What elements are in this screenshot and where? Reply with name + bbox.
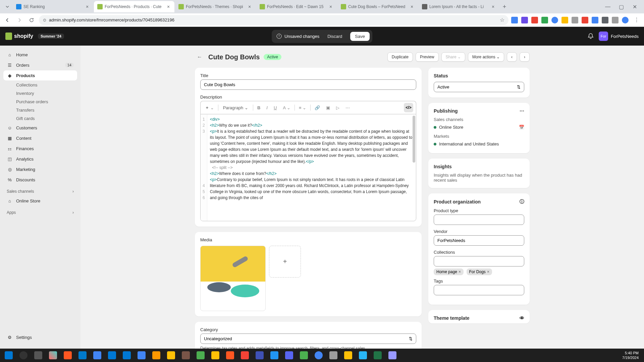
extension-icon[interactable] (582, 17, 588, 23)
more-formatting-button[interactable]: ⋯ (343, 104, 352, 112)
media-thumbnail[interactable] (200, 246, 266, 311)
taskbar-app[interactable] (253, 350, 266, 361)
html-code-editor[interactable]: 1 2 3 4 5 6 <div> <h2>Why do we use it?<… (200, 114, 416, 221)
taskbar-app[interactable] (179, 350, 193, 361)
search-button[interactable] (17, 350, 30, 361)
sidebar-item-analytics[interactable]: ◫ Analytics (3, 154, 77, 164)
task-view-button[interactable] (32, 350, 45, 361)
image-button[interactable]: ▣ (324, 104, 332, 112)
browser-tab[interactable]: Cute Dog Bowls – ForPetsNeed × (337, 1, 418, 12)
product-type-input[interactable] (434, 215, 524, 225)
duplicate-button[interactable]: Duplicate (387, 52, 413, 62)
taskbar-app[interactable] (297, 350, 311, 361)
taskbar-app[interactable] (282, 350, 296, 361)
align-button[interactable]: ≡ ⌄ (297, 104, 308, 112)
sidebar-item-discounts[interactable]: % Discounts (3, 175, 77, 185)
taskbar-app[interactable] (46, 350, 60, 361)
close-icon[interactable]: × (409, 4, 415, 9)
start-button[interactable] (2, 350, 15, 361)
taskbar-app[interactable] (209, 350, 222, 361)
browser-tab[interactable]: ForPetsNeeds · Products · Cute × (94, 1, 174, 12)
category-select[interactable]: Uncategorized ⇅ (200, 334, 416, 344)
forward-button[interactable] (15, 15, 24, 25)
shopify-logo[interactable]: shopify Summer '24 (5, 33, 64, 40)
taskbar-app[interactable] (356, 350, 370, 361)
site-info-icon[interactable]: ⊙ (43, 18, 46, 22)
taskbar-app[interactable] (135, 350, 148, 361)
code-view-toggle[interactable]: </> (404, 103, 413, 112)
underline-button[interactable]: U (272, 104, 279, 112)
sidebar-sub-purchase-orders[interactable]: Purchase orders (3, 98, 77, 106)
chrome-menu-button[interactable]: ⋮ (632, 15, 641, 25)
taskbar-app[interactable] (164, 350, 178, 361)
taskbar-app[interactable] (371, 350, 384, 361)
extension-icon[interactable] (541, 17, 548, 23)
sidebar-section-sales-channels[interactable]: Sales channels › (3, 185, 77, 196)
sidebar-item-online-store[interactable]: ⌂ Online Store (3, 196, 77, 206)
add-media-button[interactable]: + (269, 246, 301, 278)
new-tab-button[interactable]: + (500, 2, 509, 11)
taskbar-app[interactable] (238, 350, 252, 361)
reload-button[interactable] (27, 15, 36, 25)
sidebar-sub-gift-cards[interactable]: Gift cards (3, 114, 77, 123)
vendor-input[interactable] (434, 235, 524, 246)
minimize-button[interactable]: — (604, 4, 611, 10)
close-icon[interactable]: × (247, 4, 252, 9)
sidebar-item-orders[interactable]: ☰ Orders 14 (3, 60, 77, 70)
remove-tag-icon[interactable]: × (487, 269, 489, 274)
sidebar-section-apps[interactable]: Apps › (3, 206, 77, 217)
sidebar-item-products[interactable]: ◈ Products (3, 70, 77, 80)
paragraph-dropdown[interactable]: Paragraph ⌄ (220, 104, 251, 112)
browser-tab[interactable]: Lorem Ipsum - All the facts - Li × (419, 1, 499, 12)
taskbar-app[interactable] (105, 350, 119, 361)
info-icon[interactable]: ⓘ (520, 199, 524, 205)
taskbar-app[interactable] (223, 350, 237, 361)
sidebar-item-content[interactable]: ▦ Content (3, 133, 77, 143)
taskbar-app[interactable] (312, 350, 325, 361)
extension-icon[interactable] (511, 17, 518, 23)
taskbar-app[interactable] (150, 350, 163, 361)
sidebar-item-customers[interactable]: ☺ Customers (3, 123, 77, 133)
sidebar-sub-inventory[interactable]: Inventory (3, 89, 77, 98)
collections-input[interactable] (434, 256, 524, 266)
notifications-icon[interactable] (587, 33, 594, 40)
browser-tab[interactable]: ForPetsNeeds · Edit ~ Dawn 15 × (256, 1, 337, 12)
taskbar-app[interactable] (61, 350, 74, 361)
extension-icon[interactable] (531, 17, 538, 23)
ai-button[interactable]: ✦ ⌄ (203, 104, 216, 112)
taskbar-app[interactable] (386, 350, 399, 361)
profile-avatar-icon[interactable] (622, 17, 629, 23)
code-body[interactable]: <div> <h2>Why do we use it?</h2> <p>It i… (207, 114, 416, 221)
taskbar-app[interactable] (91, 350, 104, 361)
close-window-button[interactable]: ✕ (631, 4, 638, 10)
extension-icon[interactable] (521, 17, 528, 23)
extensions-puzzle-icon[interactable] (602, 17, 608, 23)
editor-scrollbar[interactable] (413, 116, 415, 163)
extension-icon[interactable] (551, 17, 558, 23)
sidebar-item-marketing[interactable]: ◎ Marketing (3, 164, 77, 174)
extension-icon[interactable] (561, 17, 568, 23)
taskbar-app[interactable] (327, 350, 340, 361)
remove-tag-icon[interactable]: × (459, 269, 461, 274)
extension-icon[interactable] (592, 17, 598, 23)
italic-button[interactable]: I (264, 104, 270, 112)
link-button[interactable]: 🔗 (313, 104, 322, 112)
taskbar-app[interactable] (120, 350, 133, 361)
next-product-button[interactable]: › (520, 52, 530, 62)
extension-icon[interactable] (572, 17, 578, 23)
prev-product-button[interactable]: ‹ (507, 52, 517, 62)
share-button[interactable]: Share ⌄ (441, 52, 465, 62)
close-icon[interactable]: × (85, 4, 90, 9)
maximize-button[interactable]: ▢ (618, 4, 625, 10)
tab-search-dropdown[interactable] (3, 2, 12, 11)
calendar-icon[interactable]: 📅 (519, 125, 524, 130)
bookmark-star-icon[interactable]: ☆ (500, 17, 504, 23)
sidebar-item-settings[interactable]: ⚙ Settings (3, 332, 77, 342)
sidebar-item-finances[interactable]: ⚏ Finances (3, 143, 77, 154)
sidebar-sub-collections[interactable]: Collections (3, 81, 77, 89)
close-icon[interactable]: × (328, 4, 333, 9)
system-tray-clock[interactable]: 5:40 PM 7/19/2024 (622, 351, 642, 360)
text-color-button[interactable]: A ⌄ (281, 104, 292, 112)
sidebar-item-home[interactable]: ⌂ Home (3, 50, 77, 60)
more-menu-icon[interactable]: ⋯ (520, 108, 524, 114)
